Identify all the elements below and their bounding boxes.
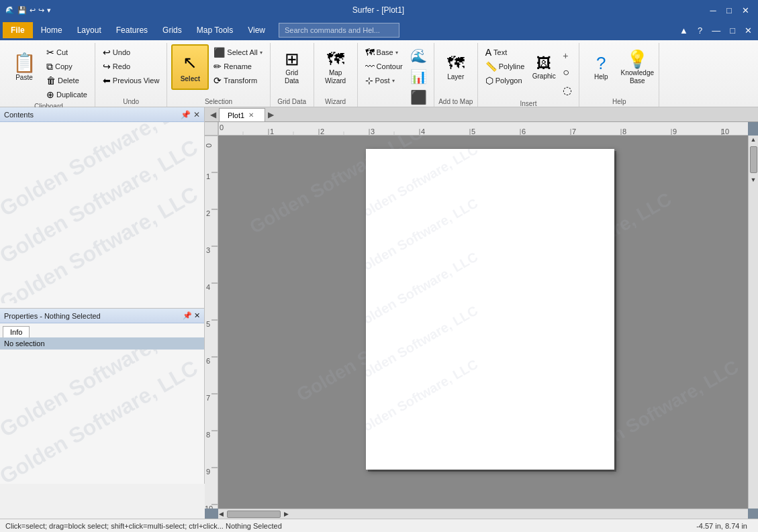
insert-group: A Text 📏 Polyline ⬡ Polygon 🖼 Graphic	[478, 43, 580, 107]
insert-circle-icon[interactable]: ○	[560, 64, 575, 81]
h-scroll-thumb[interactable]	[227, 511, 281, 518]
h-scroll-right-btn[interactable]: ▶	[283, 510, 289, 518]
svg-text:10: 10	[721, 127, 729, 135]
min-icon[interactable]: —	[708, 24, 724, 37]
map-tools-menu[interactable]: Map Tools	[190, 22, 240, 38]
add-to-map-content: 🗺 Layer	[438, 44, 473, 97]
plot1-tab[interactable]: Plot1 ✕	[219, 108, 265, 121]
features-menu[interactable]: Features	[109, 22, 154, 38]
new-map-icon-btn1[interactable]: 🌊	[408, 46, 430, 66]
home-menu[interactable]: Home	[34, 22, 69, 38]
duplicate-button[interactable]: ⊕ Duplicate	[43, 88, 91, 101]
layer-button[interactable]: 🗺 Layer	[438, 44, 473, 90]
close-button[interactable]: ✕	[738, 3, 753, 17]
file-menu[interactable]: File	[3, 22, 33, 38]
view-menu[interactable]: View	[241, 22, 272, 38]
contour-button[interactable]: 〰 Contour	[362, 60, 406, 73]
insert-plus-icon[interactable]: +	[560, 48, 575, 63]
canvas-background[interactable]: Golden Software, LLC Golden Software, LL…	[218, 136, 748, 509]
info-tab[interactable]: Info	[0, 323, 204, 337]
properties-panel: Properties - Nothing Selected 📌 ✕ Info N…	[0, 309, 205, 484]
new-map-icon-btn3[interactable]: ⬛	[408, 87, 430, 107]
max-icon[interactable]: □	[726, 24, 739, 37]
new-map-icon-btn2[interactable]: 📊	[408, 66, 430, 87]
v-scroll-up-btn[interactable]: ▲	[750, 136, 757, 144]
app-title: Surfer - [Plot1]	[51, 5, 706, 15]
help-label: Help	[594, 73, 608, 81]
undo-group: ↩ Undo ↪ Redo ⬅ Previous View Undo	[95, 43, 168, 107]
grid-data-button[interactable]: ⊞ GridData	[275, 44, 310, 90]
polygon-button[interactable]: ⬡ Polygon	[482, 74, 528, 87]
title-bar: 🌊 💾 ↩ ↪ ▾ Surfer - [Plot1] ─ □ ✕	[0, 0, 758, 20]
paste-button[interactable]: 📋 Paste	[7, 44, 42, 90]
minimize-button[interactable]: ─	[706, 3, 720, 17]
clipboard-small-col: ✂ Cut ⧉ Copy 🗑 Delete ⊕ Duplicate	[43, 44, 91, 101]
tab-scroll-left[interactable]: ◀	[207, 110, 219, 119]
select-button[interactable]: ↖ Select	[171, 44, 209, 90]
map-wizard-button[interactable]: 🗺 MapWizard	[318, 44, 353, 90]
vertical-scrollbar[interactable]: ▲ ▼	[748, 136, 758, 509]
v-scroll-thumb[interactable]	[750, 146, 757, 173]
graphic-button[interactable]: 🖼 Graphic	[529, 46, 559, 90]
maximize-button[interactable]: □	[722, 3, 737, 17]
transform-button[interactable]: ⟳ Transform	[210, 74, 265, 87]
select-all-button[interactable]: ⬛ Select All ▾	[210, 46, 265, 59]
status-coords: -4.57 in, 8.74 in	[696, 522, 753, 530]
text-button[interactable]: A Text	[482, 46, 528, 59]
save-icon[interactable]: 💾	[17, 6, 27, 15]
grid-data-group-label: Grid Data	[275, 97, 310, 107]
canvas-area[interactable]: 0 1 2 3 4 5 6 7 8 9 10	[205, 122, 758, 519]
new-map-col: 🗺 Base ▾ 〰 Contour ⊹ Post ▾	[362, 44, 406, 87]
contents-controls[interactable]: 📌 ✕	[181, 110, 200, 119]
properties-controls[interactable]: 📌 ✕	[183, 311, 200, 320]
info-tab-label[interactable]: Info	[3, 326, 30, 337]
svg-text:3: 3	[371, 127, 375, 135]
svg-text:0: 0	[220, 123, 224, 131]
contents-close[interactable]: ✕	[193, 110, 200, 119]
redo-button[interactable]: ↪ Redo	[99, 60, 163, 73]
layout-menu[interactable]: Layout	[70, 22, 108, 38]
page-watermark-5: Golden Software, LLC	[366, 356, 481, 439]
grids-menu[interactable]: Grids	[156, 22, 189, 38]
quick-access[interactable]: 🌊 💾 ↩ ↪ ▾	[5, 6, 51, 15]
delete-button[interactable]: 🗑 Delete	[43, 74, 91, 87]
v-scroll-down-btn[interactable]: ▼	[750, 176, 757, 184]
horizontal-scrollbar[interactable]: ◀ ▶	[218, 509, 748, 519]
search-input[interactable]	[279, 23, 399, 38]
undo-icon: ↩	[103, 47, 111, 58]
grid-data-label: GridData	[285, 69, 299, 85]
page-content: Golden Software, LLC Golden Software, LL…	[366, 149, 614, 470]
undo-button[interactable]: ↩ Undo	[99, 46, 163, 59]
svg-text:9: 9	[206, 468, 210, 476]
window-controls[interactable]: ─ □ ✕	[706, 3, 753, 17]
undo-label: Undo	[99, 97, 163, 107]
knowledge-base-button[interactable]: 💡 KnowledgeBase	[620, 44, 655, 90]
undo-quick-icon[interactable]: ↩	[30, 6, 36, 15]
help-button[interactable]: ? Help	[583, 44, 618, 90]
collapse-ribbon-icon[interactable]: ▲	[676, 24, 692, 37]
polyline-button[interactable]: 📏 Polyline	[482, 60, 528, 73]
properties-pin[interactable]: 📌	[183, 311, 192, 319]
properties-close[interactable]: ✕	[194, 311, 200, 319]
h-scroll-left-btn[interactable]: ◀	[218, 510, 224, 518]
delete-label: Delete	[58, 76, 79, 85]
plot-page[interactable]: Golden Software, LLC Golden Software, LL…	[366, 149, 614, 470]
svg-text:1: 1	[270, 127, 274, 135]
help-icon[interactable]: ?	[694, 24, 706, 37]
page-watermark-3: Golden Software, LLC	[366, 249, 481, 332]
copy-button[interactable]: ⧉ Copy	[43, 60, 91, 73]
watermark-1: Golden Software, LLC	[0, 122, 202, 221]
redo-quick-icon[interactable]: ↪	[38, 6, 44, 15]
copy-icon: ⧉	[46, 61, 53, 72]
cut-button[interactable]: ✂ Cut	[43, 46, 91, 59]
close-icon[interactable]: ✕	[741, 24, 755, 37]
base-map-button[interactable]: 🗺 Base ▾	[362, 46, 406, 59]
tab-scroll-right[interactable]: ▶	[265, 110, 277, 119]
post-button[interactable]: ⊹ Post ▾	[362, 74, 406, 87]
rename-button[interactable]: ✏ Rename	[210, 60, 265, 73]
cut-icon: ✂	[46, 47, 54, 58]
contents-pin[interactable]: 📌	[181, 110, 191, 119]
previous-view-button[interactable]: ⬅ Previous View	[99, 74, 163, 87]
insert-circle2-icon[interactable]: ◌	[560, 82, 575, 99]
plot1-tab-close[interactable]: ✕	[248, 111, 254, 119]
